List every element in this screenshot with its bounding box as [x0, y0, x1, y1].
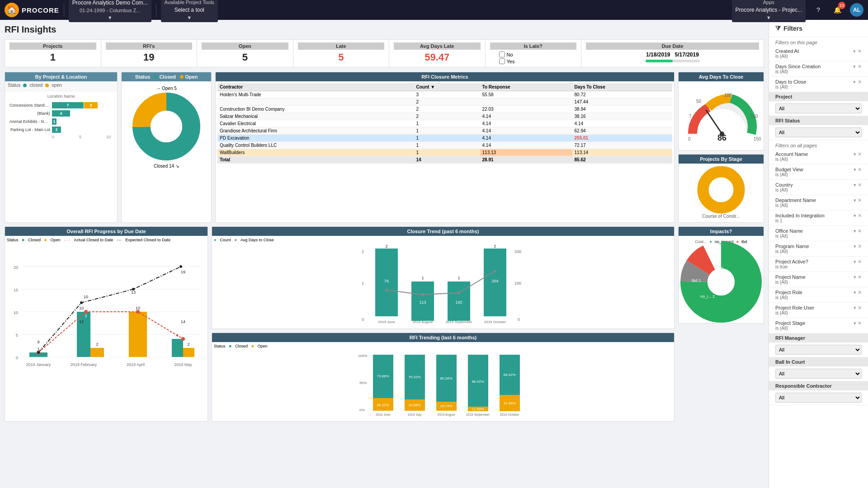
kpi-avg-days-late-label: Avg Days Late [394, 42, 481, 50]
filter-rfi-manager-select[interactable]: All [775, 345, 862, 355]
filter-ball-in-court-dropdown[interactable]: All [769, 366, 868, 381]
filter-project-stage-content: Project Stage is (All) [775, 320, 852, 331]
filter-project-active-icons[interactable]: ▾ ✕ [854, 259, 862, 265]
filter-project-stage-icons[interactable]: ▾ ✕ [854, 320, 862, 326]
bar-may-closed [172, 339, 183, 357]
filter-project-role-user-icons[interactable]: ▾ ✕ [854, 305, 862, 311]
tools-label: Available Project Tools [165, 0, 214, 5]
kpi-due-date-slider[interactable] [646, 60, 700, 62]
pie-chart-card: Status Closed Open → Open 5 [121, 72, 212, 223]
count-cell: 1 [414, 127, 480, 135]
is-late-yes-checkbox[interactable] [499, 58, 505, 64]
filter-rfi-manager-dropdown[interactable]: All [769, 343, 868, 357]
filter-program-icons[interactable]: ▾ ✕ [854, 244, 862, 249]
row-1: By Project & Location Status closed open… [5, 72, 764, 223]
kpi-open-value: 5 [202, 52, 288, 63]
filter-responsible-contractor-dropdown[interactable]: All [769, 390, 868, 405]
apps-selector[interactable]: Apps Procore Analytics - Projec... ▼ [732, 0, 806, 22]
nav-divider-1 [64, 3, 64, 17]
impacts-label-noi: no_i... 2 [700, 294, 715, 299]
bar-label-3: Parking Lot - Main Lot [9, 127, 50, 132]
axis-10: 10 [106, 135, 111, 139]
help-button[interactable]: ? [812, 4, 825, 16]
filter-rfi-status-dropdown[interactable]: All [769, 125, 868, 140]
avg-dot-aug [421, 293, 424, 296]
filter-days-since-icons[interactable]: ▾ ✕ [853, 64, 862, 70]
filter-project-active-label: Project Active? [775, 259, 852, 264]
pie-closed-label: Closed [159, 74, 176, 80]
chevron-down-icon-3[interactable]: ▾ [853, 79, 856, 85]
filter-responsible-contractor-select[interactable]: All [775, 393, 862, 403]
filter-budget-icons[interactable]: ▾ ✕ [854, 167, 862, 173]
filter-days-since-content: Days Since Creation is (All) [775, 64, 851, 74]
count-cell: 2 [414, 99, 480, 106]
expected-line [38, 267, 181, 352]
procore-logo[interactable]: 🏠 PROCORE [5, 3, 59, 17]
closure-trend-body: ● Count ● Avg Days to Close 0 1 2 0 [212, 236, 674, 328]
filter-account-name: Account Name is (All) ▾ ✕ [769, 149, 868, 164]
count-cell: 1 [414, 120, 480, 127]
filter-rfi-status-select[interactable]: All [775, 127, 862, 137]
project-date: 01-24-1999 - Columbus Z... [80, 8, 141, 13]
label-19: 19 [181, 270, 185, 274]
closure-trend-svg: 0 1 2 0 100 200 2 76 [214, 244, 672, 325]
y-0: 0% [359, 408, 365, 412]
kpi-is-late: Is Late? No Yes [486, 40, 582, 67]
filter-created-at-icons[interactable]: ▾ ✕ [853, 48, 862, 54]
filter-project-dropdown[interactable]: All [769, 101, 868, 116]
progress-svg: 0 5 10 15 20 1 [7, 244, 206, 361]
clear-icon[interactable]: ✕ [858, 48, 862, 54]
filter-project-select[interactable]: All [775, 103, 862, 113]
kpi-due-date-label: Due Date [586, 42, 759, 50]
project-name: Procore Analytics Demo Com... [72, 0, 148, 6]
dot-actual-may [181, 337, 185, 341]
y-20: 20 [14, 265, 18, 270]
project-selector[interactable]: Procore Analytics Demo Com... 01-24-1999… [69, 0, 151, 22]
tools-selector[interactable]: Available Project Tools Select a tool ▼ [161, 0, 218, 22]
filter-project-name-icons[interactable]: ▾ ✕ [854, 274, 862, 280]
filter-days-to-close-icons[interactable]: ▾ ✕ [853, 79, 862, 85]
filter-project-header: Project [769, 92, 868, 101]
table-row: Holden's Multi-Trade 3 55.58 80.72 [217, 91, 672, 99]
filter-dept-icons[interactable]: ▾ ✕ [854, 197, 862, 203]
filter-account-icons[interactable]: ▾ ✕ [854, 151, 862, 157]
impacts-label-tbd: tbd 2 [692, 278, 701, 283]
gauge-label-7: 7 [689, 114, 692, 119]
impacts-label-15: 15 [718, 267, 724, 272]
filter-days-to-close-content: Days to Close is (All) [775, 79, 851, 89]
chevron-down-icon[interactable]: ▾ [853, 48, 856, 54]
bar-jan-closed-label: 1 [37, 347, 39, 351]
notifications-button[interactable]: 🔔 13 [831, 4, 844, 16]
close-cell: 4.14 [572, 120, 672, 127]
filter-project-name: Project Name is (All) ▾ ✕ [769, 272, 868, 287]
avg-dot-sep [458, 291, 460, 294]
pie-open-dot [180, 75, 184, 79]
axis-0: 0 [52, 135, 54, 139]
filter-ball-in-court-select[interactable]: All [775, 369, 862, 379]
table-row: Quality Control Builders LLC 1 4.14 72.1… [217, 142, 672, 149]
filter-office-icons[interactable]: ▾ ✕ [854, 228, 862, 234]
filter-ball-in-court-header: Ball In Court [769, 357, 868, 366]
filter-integration-icons[interactable]: ▾ ✕ [854, 213, 862, 219]
rfi-closure-card: RFI Closure Metrics Contractor Count ▼ T… [215, 72, 675, 223]
avg-days-card: Avg Days To Close [678, 72, 764, 150]
impacts-header: Impacts? [679, 227, 764, 236]
filter-project-role-icons[interactable]: ▾ ✕ [854, 290, 862, 296]
axis-5: 5 [79, 135, 81, 139]
pie-open-count-label: → Open 5 [124, 86, 209, 91]
filter-country-icons[interactable]: ▾ ✕ [854, 182, 862, 188]
contractor-cell: WallBuilders [217, 149, 414, 156]
pie-open-label-val: Open 5 [162, 86, 177, 91]
filter-integration-content: Included In Integration is 1 [775, 213, 852, 223]
user-avatar[interactable]: AL [850, 3, 863, 17]
kpi-is-late-options: No Yes [490, 52, 577, 64]
is-late-no-checkbox[interactable] [499, 52, 505, 57]
bar-closed-1: 4 [52, 110, 70, 117]
gauge-label-max: 150 [754, 136, 761, 141]
clear-icon-3[interactable]: ✕ [858, 79, 862, 85]
apps-chevron-icon: ▼ [766, 15, 771, 20]
filter-project-role-user: Project Role User is (All) ▾ ✕ [769, 303, 868, 318]
chevron-down-icon-2[interactable]: ▾ [853, 64, 856, 70]
bar-track-0: 7 3 [52, 102, 113, 108]
clear-icon-2[interactable]: ✕ [858, 64, 862, 70]
